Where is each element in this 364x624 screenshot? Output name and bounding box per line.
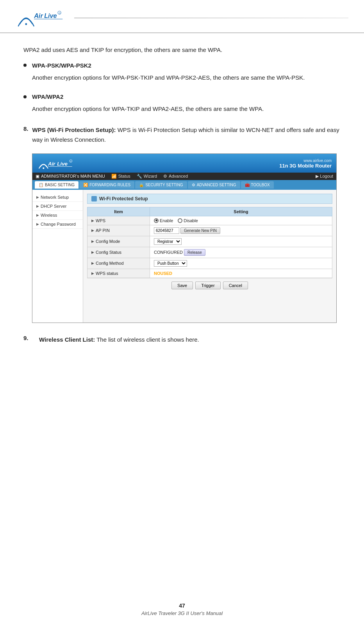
router-nav-admin: ▣ ADMINISTRATOR's MAIN MENU — [36, 174, 105, 179]
table-cell-wpsstatus-label: ▶ WPS status — [87, 269, 150, 278]
row-arrow-icon-4: ▶ — [91, 250, 94, 254]
sidebar-item-wireless[interactable]: ▶ Wireless — [32, 211, 83, 220]
row-label-text-configstatus: Config Status — [96, 250, 121, 255]
intro-paragraph: WPA2 add uses AES and TKIP for encryptio… — [23, 45, 341, 55]
table-row-configmode: ▶ Config Mode Registrar — [87, 236, 332, 247]
wps-radio-group: Enable Disable — [154, 218, 328, 223]
table-cell-wpsstatus-setting: NOUSED — [150, 269, 332, 278]
config-method-select[interactable]: Push Button — [154, 260, 187, 267]
router-nav-wizard[interactable]: 🔧 Wizard — [137, 174, 157, 179]
header-divider-line — [74, 18, 348, 18]
trigger-button[interactable]: Trigger — [195, 282, 220, 289]
table-cell-configmode-label: ▶ Config Mode — [87, 236, 150, 247]
router-nav-logout[interactable]: ▶ Logout — [316, 174, 333, 179]
sidebar-item-dhcp[interactable]: ▶ DHCP Server — [32, 202, 83, 211]
subnav-forwarding[interactable]: 🔀 FORWARDING RULES — [79, 181, 134, 189]
router-nav-advanced[interactable]: ⚙ Advanced — [163, 174, 188, 179]
subnav-icon-toolbox: 🧰 — [245, 183, 250, 187]
wps-disable-radio[interactable]: Disable — [178, 218, 198, 223]
page-header: Air Live ® — [0, 0, 364, 33]
airlive-logo: Air Live ® — [16, 7, 66, 29]
row-label-text-configmode: Config Mode — [96, 239, 120, 244]
config-mode-select[interactable]: Registrar — [154, 238, 182, 245]
row-arrow-icon-2: ▶ — [91, 228, 94, 232]
sidebar-label-password: Change Password — [41, 222, 76, 226]
row-label-text-wpsstatus: WPS status — [96, 271, 118, 276]
row-arrow-icon: ▶ — [91, 219, 94, 223]
bullet-body-wpa: Another encryption options for WPA-TKIP … — [23, 104, 341, 114]
config-status-text: CONFIGURED — [154, 250, 183, 255]
row-arrow-icon-5: ▶ — [91, 261, 94, 265]
sidebar-label-network: Network Setup — [41, 195, 69, 200]
section-8-number: 8. — [23, 125, 29, 145]
row-label-text-appin: AP PIN — [96, 228, 110, 233]
ap-pin-input[interactable] — [154, 227, 179, 234]
subnav-icon-basic: 📋 — [39, 183, 43, 187]
subnav-basic[interactable]: 📋 BASIC SETTING — [35, 181, 79, 189]
table-row-wpsstatus: ▶ WPS status NOUSED — [87, 269, 332, 278]
sidebar-item-network[interactable]: ▶ Network Setup — [32, 193, 83, 202]
bullet-section-wpa-psk: WPA-PSK/WPA-PSK2 Another encryption opti… — [23, 62, 341, 83]
svg-text:Air: Air — [34, 12, 43, 19]
table-cell-configstatus-setting: CONFIGURED Release — [150, 247, 332, 258]
row-arrow-icon-6: ▶ — [91, 271, 94, 275]
router-model: 11n 3G Mobile Router — [279, 163, 332, 169]
table-header-setting: Setting — [150, 207, 332, 216]
bullet-title-wpa-psk: WPA-PSK/WPA-PSK2 — [32, 62, 91, 69]
subnav-security[interactable]: 🔒 SECURITY SETTING — [135, 181, 187, 189]
subnav-advanced[interactable]: ⚙ ADVANCED SETTING — [188, 181, 240, 189]
sidebar-label-dhcp: DHCP Server — [41, 204, 66, 209]
router-nav-status[interactable]: 📶 Status — [111, 174, 130, 179]
save-button[interactable]: Save — [171, 282, 193, 289]
section-8-label: WPS (Wi-Fi Protection Setup): — [32, 127, 116, 133]
router-right-info: www.airlive.com 11n 3G Mobile Router — [279, 159, 332, 169]
section-9: 9. Wireless Client List: The list of wir… — [23, 335, 341, 345]
sidebar-arrow-icon-2: ▶ — [36, 204, 39, 208]
wps-disable-label: Disable — [184, 218, 198, 223]
wps-enable-circle[interactable] — [154, 218, 159, 223]
cancel-button[interactable]: Cancel — [223, 282, 248, 289]
svg-text:Live: Live — [44, 12, 57, 19]
router-logo: Air Live ® — [36, 156, 75, 171]
subnav-icon-forwarding: 🔀 — [83, 183, 88, 187]
router-screenshot: Air Live ® www.airlive.com 11n 3G Mobile… — [32, 153, 337, 323]
nav-icon-status: 📶 — [111, 174, 117, 179]
sidebar-arrow-icon-4: ▶ — [36, 222, 39, 226]
svg-point-0 — [25, 23, 27, 25]
sidebar-item-password[interactable]: ▶ Change Password — [32, 220, 83, 229]
table-row-wps: ▶ WPS Enable — [87, 216, 332, 225]
generate-pin-button[interactable]: Generate New PIN — [180, 227, 220, 234]
subnav-toolbox[interactable]: 🧰 TOOLBOX — [241, 181, 274, 189]
table-row-appin: ▶ AP PIN Generate New PIN — [87, 225, 332, 236]
section-9-label: Wireless Client List: — [39, 336, 95, 343]
panel-title: Wi-Fi Protected Setup — [87, 194, 332, 204]
sidebar-arrow-icon: ▶ — [36, 195, 39, 199]
router-sidebar: ▶ Network Setup ▶ DHCP Server ▶ Wireless… — [32, 190, 83, 323]
nav-icon-admin: ▣ — [36, 174, 39, 179]
bullet-dot-2 — [23, 95, 27, 98]
router-url: www.airlive.com — [279, 159, 332, 163]
table-cell-wps-setting: Enable Disable — [150, 216, 332, 225]
wps-disable-circle[interactable] — [178, 218, 182, 223]
bullet-header-wpa-psk: WPA-PSK/WPA-PSK2 — [23, 62, 341, 69]
table-row-configstatus: ▶ Config Status CONFIGURED Release — [87, 247, 332, 258]
sidebar-arrow-icon-3: ▶ — [36, 213, 39, 217]
main-content: WPA2 add uses AES and TKIP for encryptio… — [0, 45, 364, 344]
table-header-item: Item — [87, 207, 150, 216]
subnav-icon-security: 🔒 — [139, 183, 144, 187]
bullet-title-wpa: WPA/WPA2 — [32, 93, 63, 100]
table-cell-wps-label: ▶ WPS — [87, 216, 150, 225]
wps-table: Item Setting ▶ WPS — [87, 207, 332, 278]
release-button[interactable]: Release — [184, 249, 205, 256]
nav-icon-advanced: ⚙ — [163, 174, 167, 179]
router-body: ▶ Network Setup ▶ DHCP Server ▶ Wireless… — [32, 190, 336, 323]
section-8: 8. WPS (Wi-Fi Protection Setup): WPS is … — [23, 125, 341, 145]
svg-point-6 — [43, 167, 44, 169]
wps-status-noused-text: NOUSED — [154, 271, 172, 276]
panel-title-icon — [91, 196, 97, 201]
logo-area: Air Live ® — [16, 7, 66, 29]
page-footer: 47 AirLive Traveler 3G II User's Manual — [0, 603, 364, 616]
router-logo-svg: Air Live ® — [36, 156, 75, 171]
wps-enable-radio[interactable]: Enable — [154, 218, 173, 223]
router-nav: ▣ ADMINISTRATOR's MAIN MENU 📶 Status 🔧 W… — [32, 173, 336, 180]
